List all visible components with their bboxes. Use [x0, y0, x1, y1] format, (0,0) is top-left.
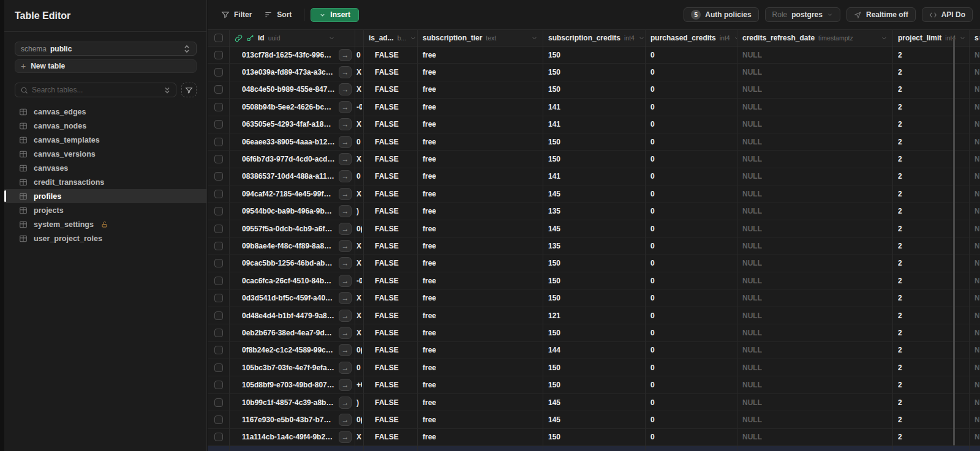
cell-subscription-tier[interactable]: free: [423, 155, 436, 163]
cell-subscription-tier[interactable]: free: [423, 433, 436, 441]
cell-subscription-tier[interactable]: free: [423, 329, 436, 337]
cell-clipped[interactable]: 0(: [356, 416, 362, 424]
cell-is-admin[interactable]: FALSE: [375, 363, 399, 372]
sidebar-table-item[interactable]: credit_transactions: [4, 175, 206, 189]
cell-project-limit[interactable]: 2: [898, 398, 902, 407]
cell-subscription-tier[interactable]: free: [423, 51, 436, 59]
row-checkbox[interactable]: [214, 433, 223, 441]
expand-row-button[interactable]: →: [339, 83, 352, 95]
row-checkbox[interactable]: [214, 85, 223, 94]
cell-id[interactable]: 105bc3b7-03fe-4e7f-9efa-21bb40...: [242, 363, 335, 372]
expand-row-button[interactable]: →: [339, 205, 352, 217]
cell-clipped-su[interactable]: NULL: [974, 68, 979, 76]
cell-project-limit[interactable]: 2: [898, 381, 902, 389]
row-checkbox[interactable]: [214, 277, 223, 285]
column-header-subscription-credits[interactable]: subscription_credits int4: [543, 30, 646, 46]
expand-row-button[interactable]: →: [339, 344, 352, 356]
cell-is-admin[interactable]: FALSE: [375, 346, 399, 354]
cell-subscription-tier[interactable]: free: [423, 416, 436, 424]
cell-clipped[interactable]: 0(: [356, 346, 362, 354]
sidebar-table-item[interactable]: user_project_roles: [4, 231, 206, 245]
expand-row-button[interactable]: →: [339, 66, 352, 78]
cell-subscription-credits[interactable]: 150: [548, 277, 560, 285]
expand-row-button[interactable]: →: [339, 118, 352, 130]
row-checkbox[interactable]: [214, 138, 223, 146]
cell-purchased-credits[interactable]: 0: [650, 155, 655, 163]
cell-purchased-credits[interactable]: 0: [650, 190, 655, 198]
cell-purchased-credits[interactable]: 0: [650, 416, 655, 424]
cell-id[interactable]: 09544b0c-ba9b-496a-9b09-244...: [242, 207, 335, 215]
cell-subscription-tier[interactable]: free: [423, 120, 436, 129]
row-checkbox[interactable]: [214, 416, 223, 424]
auth-policies-button[interactable]: 5 Auth policies: [684, 7, 758, 22]
expand-row-button[interactable]: →: [339, 153, 352, 165]
cell-project-limit[interactable]: 2: [898, 138, 902, 146]
vertical-scrollbar[interactable]: [953, 38, 955, 445]
cell-clipped-su[interactable]: NULL: [974, 138, 979, 146]
cell-subscription-credits[interactable]: 150: [548, 363, 560, 372]
chevron-down-icon[interactable]: [531, 35, 538, 42]
cell-purchased-credits[interactable]: 0: [650, 381, 655, 389]
row-checkbox[interactable]: [214, 103, 223, 111]
cell-clipped[interactable]: ): [356, 207, 359, 215]
cell-is-admin[interactable]: FALSE: [375, 207, 399, 215]
cell-purchased-credits[interactable]: 0: [650, 259, 655, 267]
cell-purchased-credits[interactable]: 0: [650, 225, 655, 233]
cell-purchased-credits[interactable]: 0: [650, 172, 655, 181]
expand-row-button[interactable]: →: [339, 223, 352, 235]
row-checkbox[interactable]: [214, 363, 223, 372]
row-checkbox[interactable]: [214, 346, 223, 354]
cell-project-limit[interactable]: 2: [898, 120, 902, 129]
expand-row-button[interactable]: →: [339, 188, 352, 200]
cell-is-admin[interactable]: FALSE: [375, 85, 399, 94]
cell-credits-refresh-date[interactable]: NULL: [742, 155, 762, 163]
cell-purchased-credits[interactable]: 0: [650, 277, 655, 285]
cell-subscription-credits[interactable]: 150: [548, 294, 560, 302]
cell-id[interactable]: 06f6b7d3-977d-4cd0-acd4-4a78...: [242, 155, 335, 163]
column-header-id[interactable]: id uuid: [230, 30, 355, 46]
cell-credits-refresh-date[interactable]: NULL: [742, 433, 762, 441]
cell-project-limit[interactable]: 2: [898, 103, 902, 111]
cell-clipped[interactable]: 0: [356, 138, 361, 146]
sidebar-table-item[interactable]: profiles: [4, 189, 206, 203]
cell-clipped-su[interactable]: NULL: [974, 363, 979, 372]
cell-project-limit[interactable]: 2: [898, 433, 902, 441]
cell-subscription-tier[interactable]: free: [423, 346, 436, 354]
cell-purchased-credits[interactable]: 0: [650, 68, 655, 76]
cell-credits-refresh-date[interactable]: NULL: [742, 242, 762, 250]
row-checkbox[interactable]: [214, 207, 223, 215]
cell-subscription-tier[interactable]: free: [423, 311, 436, 320]
cell-is-admin[interactable]: FALSE: [375, 259, 399, 267]
expand-row-button[interactable]: →: [339, 292, 352, 304]
column-header-project-limit[interactable]: project_limit int4: [893, 30, 970, 46]
cell-clipped-su[interactable]: NULL: [974, 416, 979, 424]
role-selector-button[interactable]: Role postgres: [765, 7, 840, 22]
cell-clipped[interactable]: X: [356, 68, 361, 76]
cell-clipped-su[interactable]: NULL: [974, 294, 979, 302]
cell-is-admin[interactable]: FALSE: [375, 103, 399, 111]
cell-subscription-credits[interactable]: 150: [548, 433, 560, 441]
row-checkbox[interactable]: [214, 294, 223, 302]
cell-credits-refresh-date[interactable]: NULL: [742, 190, 762, 198]
cell-clipped[interactable]: X: [356, 294, 361, 302]
cell-id[interactable]: 1167e930-e5b0-43b7-b74c-788c9...: [242, 416, 335, 424]
expand-row-button[interactable]: →: [339, 275, 352, 287]
cell-id[interactable]: 0cac6fca-26cf-4510-84ba-c4580...: [242, 277, 335, 285]
cell-subscription-credits[interactable]: 150: [548, 85, 560, 94]
cell-clipped-su[interactable]: NULL: [974, 259, 979, 267]
cell-credits-refresh-date[interactable]: NULL: [742, 259, 762, 267]
cell-clipped[interactable]: 0(: [356, 225, 362, 233]
cell-subscription-tier[interactable]: free: [423, 103, 436, 111]
sidebar-table-item[interactable]: system_settings: [4, 217, 206, 231]
cell-id[interactable]: 0508b94b-5ee2-4626-bca1-4bca...: [242, 103, 335, 111]
cell-id[interactable]: 0eb2b676-38ed-4ea7-9dad-38e6...: [242, 329, 335, 337]
cell-clipped[interactable]: -0: [356, 277, 362, 285]
cell-clipped-su[interactable]: NULL: [974, 346, 979, 354]
cell-id[interactable]: 013cf78d-1625-43fc-9961-442189...: [242, 51, 335, 59]
cell-purchased-credits[interactable]: 0: [650, 346, 655, 354]
row-checkbox[interactable]: [214, 242, 223, 250]
cell-credits-refresh-date[interactable]: NULL: [742, 138, 762, 146]
cell-project-limit[interactable]: 2: [898, 155, 902, 163]
cell-subscription-credits[interactable]: 141: [548, 172, 560, 181]
cell-is-admin[interactable]: FALSE: [375, 190, 399, 198]
